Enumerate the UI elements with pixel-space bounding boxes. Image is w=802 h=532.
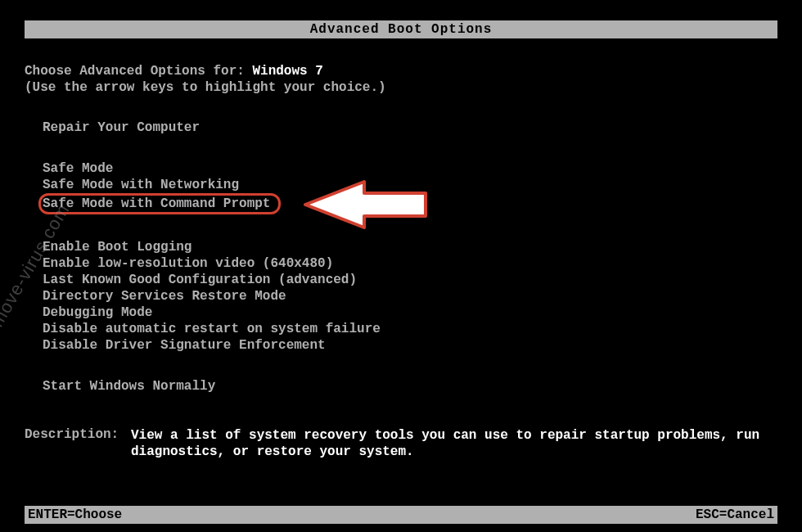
arrow-icon <box>299 178 430 232</box>
os-name: Windows 7 <box>252 64 322 79</box>
menu-item-start-normally[interactable]: Start Windows Normally <box>43 378 777 394</box>
menu-item-ds-restore[interactable]: Directory Services Restore Mode <box>43 288 777 304</box>
menu-item-safe-mode[interactable]: Safe Mode <box>43 160 777 177</box>
menu-item-last-known[interactable]: Last Known Good Configuration (advanced) <box>43 272 777 288</box>
menu-item-disable-restart[interactable]: Disable automatic restart on system fail… <box>43 321 777 337</box>
menu-item-debugging[interactable]: Debugging Mode <box>43 304 777 321</box>
footer-esc: ESC=Cancel <box>696 507 774 522</box>
menu-group-normal: Start Windows Normally <box>43 378 777 394</box>
selection-highlight: Safe Mode with Command Prompt <box>38 193 281 214</box>
content-area: Choose Advanced Options for: Windows 7 (… <box>25 64 777 419</box>
description-text: View a list of system recovery tools you… <box>131 427 777 460</box>
menu-group-advanced: Enable Boot Logging Enable low-resolutio… <box>43 239 777 354</box>
menu-group-repair: Repair Your Computer <box>43 119 777 136</box>
title-bar: Advanced Boot Options <box>25 20 777 38</box>
menu-item-repair[interactable]: Repair Your Computer <box>43 119 777 136</box>
arrow-annotation <box>299 178 430 232</box>
choose-label: Choose Advanced Options for: <box>25 64 252 79</box>
footer-enter: ENTER=Choose <box>28 507 122 522</box>
description-label: Description: <box>25 427 131 460</box>
menu-item-low-res[interactable]: Enable low-resolution video (640x480) <box>43 255 777 272</box>
choose-line: Choose Advanced Options for: Windows 7 <box>25 64 777 79</box>
footer-bar: ENTER=Choose ESC=Cancel <box>25 506 777 524</box>
menu-item-safe-mode-cmd: Safe Mode with Command Prompt <box>43 196 270 211</box>
description-section: Description: View a list of system recov… <box>25 427 777 460</box>
menu-item-boot-logging[interactable]: Enable Boot Logging <box>43 239 777 255</box>
instruction-text: (Use the arrow keys to highlight your ch… <box>25 80 777 95</box>
menu-item-disable-sig[interactable]: Disable Driver Signature Enforcement <box>43 337 777 354</box>
screen-title: Advanced Boot Options <box>310 22 493 37</box>
